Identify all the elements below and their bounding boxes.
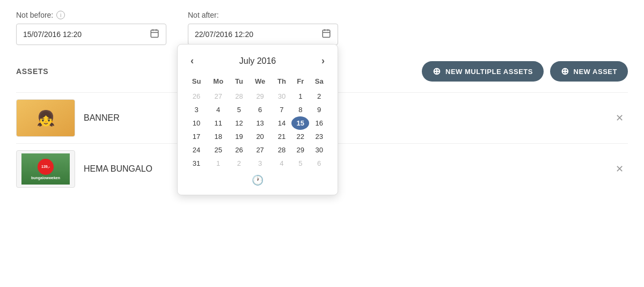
not-after-group: Not after: 22/07/2016 12:20 bbox=[188, 11, 338, 45]
asset-thumb-hema: 139,- bungalowweken bbox=[16, 150, 75, 188]
new-multiple-assets-button[interactable]: ⊕ NEW MULTIPLE ASSETS bbox=[422, 61, 544, 82]
col-header-sa: Sa bbox=[309, 75, 329, 90]
calendar-day[interactable]: 29 bbox=[248, 90, 272, 103]
calendar-day[interactable]: 17 bbox=[186, 130, 207, 143]
not-before-text: Not before: bbox=[16, 11, 53, 19]
asset-remove-hema-button[interactable]: ✕ bbox=[611, 161, 628, 177]
calendar-day[interactable]: 4 bbox=[272, 157, 291, 170]
calendar-grid: Su Mo Tu We Th Fr Sa 2627282930123456789… bbox=[186, 75, 329, 170]
calendar-month-year: July 2016 bbox=[239, 56, 276, 66]
assets-buttons: ⊕ NEW MULTIPLE ASSETS ⊕ NEW ASSET bbox=[422, 61, 628, 82]
banner-figure-icon: 👧 bbox=[36, 109, 55, 127]
asset-name-banner: BANNER bbox=[84, 113, 120, 123]
calendar-day[interactable]: 23 bbox=[309, 130, 329, 143]
calendar-day[interactable]: 27 bbox=[207, 90, 230, 103]
calendar-day[interactable]: 2 bbox=[230, 157, 248, 170]
calendar-next-button[interactable]: › bbox=[317, 53, 329, 69]
calendar-day[interactable]: 3 bbox=[186, 103, 207, 116]
hema-label: bungalowweken bbox=[31, 176, 60, 180]
calendar-day[interactable]: 28 bbox=[272, 143, 291, 157]
calendar-day[interactable]: 8 bbox=[291, 103, 309, 116]
not-before-value: 15/07/2016 12:20 bbox=[23, 30, 144, 39]
calendar-day[interactable]: 5 bbox=[230, 103, 248, 116]
asset-thumb-banner: 👧 bbox=[16, 99, 75, 137]
calendar-day[interactable]: 30 bbox=[272, 90, 291, 103]
page: Not before: i 15/07/2016 12:20 Not after… bbox=[0, 0, 644, 287]
calendar-day[interactable]: 30 bbox=[309, 143, 329, 157]
new-asset-button[interactable]: ⊕ NEW ASSET bbox=[550, 61, 628, 82]
calendar-day[interactable]: 25 bbox=[207, 143, 230, 157]
calendar-day[interactable]: 7 bbox=[272, 103, 291, 116]
calendar-day[interactable]: 26 bbox=[186, 90, 207, 103]
calendar-day[interactable]: 31 bbox=[186, 157, 207, 170]
calendar-day[interactable]: 3 bbox=[248, 157, 272, 170]
not-after-calendar-icon[interactable] bbox=[321, 28, 331, 40]
calendar-popup: ‹ July 2016 › Su Mo Tu We Th Fr Sa 26272… bbox=[177, 44, 338, 195]
calendar-day[interactable]: 22 bbox=[291, 130, 309, 143]
calendar-day[interactable]: 11 bbox=[207, 116, 230, 130]
banner-thumbnail: 👧 bbox=[17, 100, 75, 136]
calendar-day[interactable]: 1 bbox=[207, 157, 230, 170]
new-multiple-assets-label: NEW MULTIPLE ASSETS bbox=[445, 68, 533, 76]
calendar-day[interactable]: 18 bbox=[207, 130, 230, 143]
not-before-group: Not before: i 15/07/2016 12:20 bbox=[16, 11, 166, 45]
calendar-day[interactable]: 24 bbox=[186, 143, 207, 157]
new-asset-label: NEW ASSET bbox=[574, 68, 617, 76]
calendar-day[interactable]: 4 bbox=[207, 103, 230, 116]
calendar-day[interactable]: 27 bbox=[248, 143, 272, 157]
calendar-day[interactable]: 13 bbox=[248, 116, 272, 130]
calendar-day[interactable]: 1 bbox=[291, 90, 309, 103]
calendar-day[interactable]: 19 bbox=[230, 130, 248, 143]
time-icon-row[interactable]: 🕐 bbox=[186, 174, 329, 186]
not-after-input[interactable]: 22/07/2016 12:20 bbox=[188, 24, 338, 45]
col-header-su: Su bbox=[186, 75, 207, 90]
info-icon[interactable]: i bbox=[56, 11, 65, 19]
calendar-day[interactable]: 6 bbox=[309, 157, 329, 170]
col-header-fr: Fr bbox=[291, 75, 309, 90]
not-after-text: Not after: bbox=[188, 11, 219, 19]
calendar-day[interactable]: 28 bbox=[230, 90, 248, 103]
calendar-header: ‹ July 2016 › bbox=[186, 53, 329, 69]
calendar-day[interactable]: 12 bbox=[230, 116, 248, 130]
asset-remove-banner-button[interactable]: ✕ bbox=[611, 110, 628, 126]
time-icon[interactable]: 🕐 bbox=[252, 174, 264, 186]
col-header-th: Th bbox=[272, 75, 291, 90]
svg-rect-0 bbox=[151, 30, 158, 38]
col-header-tu: Tu bbox=[230, 75, 248, 90]
calendar-day[interactable]: 21 bbox=[272, 130, 291, 143]
calendar-day[interactable]: 20 bbox=[248, 130, 272, 143]
new-multiple-assets-plus-icon: ⊕ bbox=[433, 67, 441, 76]
new-asset-plus-icon: ⊕ bbox=[561, 67, 569, 76]
assets-title: ASSETS bbox=[16, 67, 48, 76]
calendar-prev-button[interactable]: ‹ bbox=[186, 53, 198, 69]
col-header-we: We bbox=[248, 75, 272, 90]
calendar-day[interactable]: 15 bbox=[291, 116, 309, 130]
calendar-day[interactable]: 29 bbox=[291, 143, 309, 157]
calendar-day[interactable]: 14 bbox=[272, 116, 291, 130]
calendar-day[interactable]: 16 bbox=[309, 116, 329, 130]
hema-thumbnail: 139,- bungalowweken bbox=[21, 153, 70, 185]
not-before-label: Not before: i bbox=[16, 11, 166, 19]
not-before-input[interactable]: 15/07/2016 12:20 bbox=[16, 24, 166, 45]
calendar-day[interactable]: 2 bbox=[309, 90, 329, 103]
calendar-day[interactable]: 9 bbox=[309, 103, 329, 116]
not-after-value: 22/07/2016 12:20 bbox=[195, 30, 316, 39]
calendar-day[interactable]: 5 bbox=[291, 157, 309, 170]
asset-name-hema: HEMA BUNGALO bbox=[84, 164, 152, 174]
hema-badge: 139,- bbox=[38, 159, 54, 175]
col-header-mo: Mo bbox=[207, 75, 230, 90]
not-after-label: Not after: bbox=[188, 11, 338, 19]
calendar-day[interactable]: 10 bbox=[186, 116, 207, 130]
calendar-day[interactable]: 26 bbox=[230, 143, 248, 157]
not-before-calendar-icon[interactable] bbox=[150, 28, 159, 40]
calendar-day[interactable]: 6 bbox=[248, 103, 272, 116]
date-row: Not before: i 15/07/2016 12:20 Not after… bbox=[16, 11, 628, 45]
svg-rect-4 bbox=[323, 30, 330, 38]
